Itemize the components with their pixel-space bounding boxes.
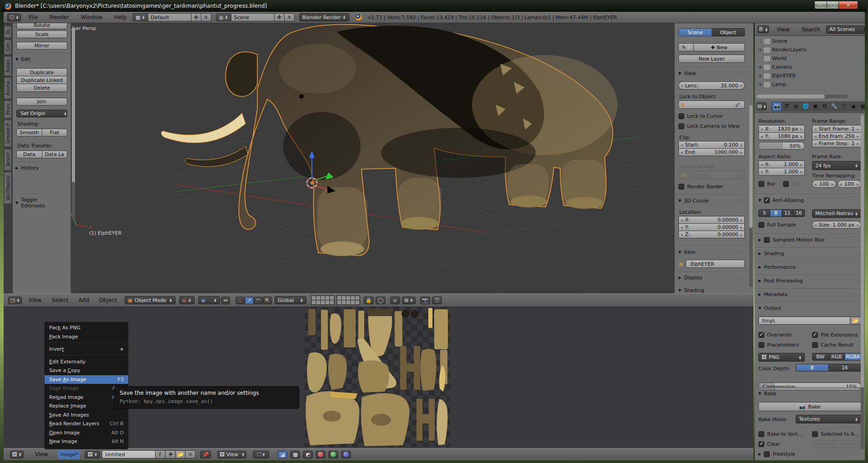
rotate-manipulator-icon[interactable]: ◠ [254,297,263,304]
clear-row[interactable]: Clear [758,441,780,447]
anti-aliasing-header[interactable]: ▼Anti-Aliasing:::: [758,197,861,203]
border-checkbox[interactable] [758,181,764,187]
screen-layout-icon[interactable]: ▦▲▼ [133,13,148,21]
shading-header[interactable]: ▶Shading:::: [758,251,861,257]
channel-button[interactable]: BW [812,353,829,361]
format-dropdown[interactable]: 🖼PNG▲▼ [758,353,805,362]
scene-value[interactable]: Scene [231,13,275,21]
crop-row[interactable]: Cro [783,181,800,187]
unlink-image-button[interactable]: ✕ [186,450,196,458]
cursor-panel-header[interactable]: ▼3D Cursor:::: [678,198,745,204]
tab-texture[interactable]: ▩ [858,102,865,111]
maximize-button[interactable]: ▢ [827,1,839,9]
image-name-field[interactable]: Untitled [102,450,156,458]
outliner-hscrollbar[interactable] [757,95,848,98]
viewport-menu-item[interactable]: Add [74,297,94,303]
red-channel-icon[interactable] [316,451,326,458]
channel-button[interactable]: RGB [829,353,845,361]
checker-mode-icon[interactable]: ▩ [290,451,300,458]
screen-layout-value[interactable]: Default [148,13,191,21]
aspect-field[interactable]: ◂X:1.000▸ [758,161,805,168]
data-layout-button[interactable]: Data La [42,151,68,158]
layers-grid-1[interactable] [311,295,335,305]
tab-scene[interactable]: ◍ [791,102,801,111]
bake-header[interactable]: ▼Bake:::: [758,391,861,397]
clip-field[interactable]: ◂Start:0.100▸ [678,141,745,149]
orientation-dropdown[interactable]: Global▲▼ [275,296,306,304]
fake-user-button[interactable]: F [156,450,166,458]
file-ext-row[interactable]: File Extensions [812,332,858,338]
top-menu-item[interactable]: Window [75,14,108,20]
resolution-percentage-slider[interactable]: 50% [758,142,805,150]
lock-icon[interactable]: 🔒 [364,297,374,304]
render-anim-icon[interactable]: 🎬 [432,297,442,304]
cache-row[interactable]: Cache Result [812,342,853,348]
aa-checkbox[interactable] [764,197,770,203]
npanel-tab-scene[interactable]: Scene [678,28,712,36]
close-button[interactable]: ✕ [839,1,858,9]
post-processing-header[interactable]: ▶Post Processing:::: [758,278,861,284]
draw-mode-icon[interactable]: ◪ [277,451,287,458]
fps-dropdown[interactable]: 24 fps▲▼ [812,161,861,170]
aa-sample-button[interactable]: 8 [770,209,782,217]
window-controls[interactable]: ─ ▢ ✕ [814,1,858,9]
smooth-button[interactable]: Smooth [16,129,42,136]
freestyle-header[interactable]: ▶Freestyle:::: [758,451,861,457]
performance-header[interactable]: ▶Performance:::: [758,264,861,270]
depth-button[interactable]: 8 [796,364,829,372]
rotate-button[interactable]: Rotate [16,23,67,29]
outliner-row[interactable]: - Scene [755,37,865,45]
remap-old-field[interactable]: ◂100▸ [812,180,836,188]
item-name-field[interactable]: ElphEYER [686,260,745,268]
history-panel-header[interactable]: ▶History:::: [15,165,68,171]
add-layout-button[interactable]: ✚ [191,13,201,21]
clip-field[interactable]: ◂End:1000.000▸ [678,148,745,156]
scale-button[interactable]: Scale [16,30,67,38]
green-channel-icon[interactable] [328,451,338,458]
frame-field[interactable]: ◂Frame Step:1▸ [812,140,861,147]
render-engine-selector[interactable]: Blender Render▲▼ [299,13,349,21]
context-menu-item[interactable]: Read Render Layers Ctrl R [45,419,128,428]
context-menu-item[interactable]: Open Image Alt O [45,428,128,438]
outliner-row[interactable]: + Camera [755,63,865,71]
lock-camera-checkbox[interactable] [678,123,684,129]
tab-constraints[interactable]: ⛓ [820,102,829,111]
display-panel-header[interactable]: ▶Display:::: [678,275,745,281]
editor-type-image-icon[interactable]: 🖼▲▼ [10,451,24,458]
context-menu-item[interactable]: Save a Copy [45,366,128,375]
uv-center-icon[interactable]: ⛶▲▼ [253,451,269,458]
uv-view2-dropdown[interactable]: 🖼 View▲▼ [217,451,246,458]
mirror-button[interactable]: Mirror [16,42,67,50]
pin-icon[interactable]: 📌 [200,451,211,458]
distance-field[interactable]: ◂Distanc:0.000▸ [812,440,861,448]
outliner-row[interactable]: + RenderLayers [755,45,865,54]
context-menu-item[interactable]: Invert ▶ [45,345,128,354]
viewport-3d[interactable]: x y User Persp (1) ElphEYER ToCreRelatiA… [4,23,753,293]
placeholders-row[interactable]: Placeholders [758,342,799,348]
uv-image-menu[interactable]: Image* [58,450,80,459]
shading-panel-header[interactable]: ▼Shading:::: [678,287,745,293]
toolshelf-tab[interactable]: Cre [4,40,11,55]
tab-data[interactable]: ▽ [839,102,848,111]
depth-button[interactable]: 16 [829,364,862,372]
translate-manipulator-icon[interactable]: ↗ [245,297,254,304]
edit-panel-header[interactable]: ▼Edit:::: [15,56,68,62]
bake-to-vertex-checkbox[interactable] [758,431,764,437]
properties-scrollbar[interactable] [861,115,864,458]
delete-scene-button[interactable]: ✕ [285,13,295,21]
border-row[interactable]: Bor [758,181,776,187]
tab-render[interactable]: 📷 [772,102,782,111]
context-menu-item[interactable]: Pack As PNG [45,323,128,332]
lens-field[interactable]: ◂Lens:35.000▸ [678,81,745,90]
snap-element-icon[interactable]: ⊞▲▼ [402,297,416,304]
outliner-search-menu[interactable]: Search [796,26,826,33]
cursor-location-field[interactable]: ◂Y:0.00000▸ [678,223,745,231]
layers-grid-2[interactable] [336,295,360,305]
output-header[interactable]: ▼Output:::: [758,305,861,311]
resolution-field[interactable]: ◂X:1920 px▸ [758,125,805,133]
context-menu-item[interactable] [45,341,128,345]
bake-to-vertex-row[interactable]: Bake to Vert... [758,431,803,437]
delete-layout-button[interactable]: ✕ [201,13,211,21]
freestyle-checkbox[interactable] [764,451,770,457]
scale-manipulator-icon[interactable]: ⇱ [263,297,272,304]
